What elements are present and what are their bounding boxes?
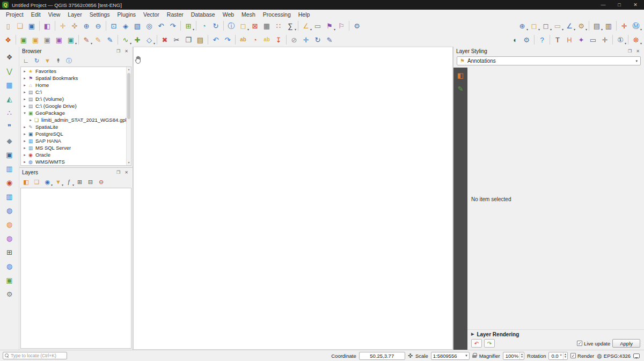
- tree-item-limiti-admin-stat-2021-wgs84-gpkg[interactable]: ▸❏limiti_admin_STAT_2021_WGS84.gpkg: [21, 116, 131, 123]
- zoom-out-button[interactable]: ⊖: [92, 20, 104, 32]
- menu-help[interactable]: Help: [295, 10, 314, 19]
- add-mesh-layer-button[interactable]: ◭: [3, 93, 16, 105]
- render-checkbox[interactable]: ✓ Render: [570, 353, 594, 359]
- open-layer-styling-button[interactable]: ◧: [21, 177, 31, 187]
- toggle-editing-button[interactable]: ✎: [92, 34, 104, 46]
- manage-map-themes-button[interactable]: ◉▾: [42, 177, 53, 187]
- add-selected-layers-button[interactable]: ∟: [21, 56, 31, 66]
- data-source-manager-button[interactable]: ❖: [2, 34, 14, 46]
- form-annotation-button[interactable]: ▭: [587, 34, 599, 46]
- cut-features-button[interactable]: ✂: [171, 34, 182, 46]
- new-virtual-layer-button[interactable]: ▣▾: [65, 34, 77, 46]
- remove-layer-button[interactable]: ⊖: [96, 177, 106, 187]
- layer-options-button[interactable]: ⚙: [3, 288, 16, 300]
- menu-vector[interactable]: Vector: [140, 10, 163, 19]
- menu-raster[interactable]: Raster: [163, 10, 187, 19]
- zoom-full-button[interactable]: ⊡: [108, 20, 120, 32]
- digitize-menu-button[interactable]: ∿▾: [120, 34, 131, 46]
- tree-item-postgresql[interactable]: ▸▣PostgreSQL: [21, 130, 131, 137]
- expand-arrow-icon[interactable]: ▸: [22, 153, 27, 157]
- map-canvas[interactable]: [133, 47, 453, 350]
- minimize-button[interactable]: —: [597, 0, 610, 10]
- show-bookmarks-button[interactable]: ⚐: [335, 20, 347, 32]
- add-feature-button[interactable]: ✚: [131, 34, 143, 46]
- zoom-to-layer-button[interactable]: ▧: [131, 20, 143, 32]
- measure-menu-button[interactable]: ∠▾: [564, 20, 575, 32]
- statistical-summary-button[interactable]: ∑▾: [284, 20, 296, 32]
- messages-icon[interactable]: [633, 353, 640, 358]
- text-annotation-button[interactable]: T: [552, 34, 564, 46]
- expand-arrow-icon[interactable]: ▸: [22, 76, 27, 80]
- save-project-button[interactable]: ▣: [26, 20, 38, 32]
- lock-scale-icon[interactable]: [472, 353, 477, 358]
- browser-close-button[interactable]: ✕: [123, 48, 130, 54]
- crs-status-button[interactable]: ◍ EPSG:4326: [597, 352, 631, 359]
- menu-database[interactable]: Database: [187, 10, 219, 19]
- rotate-label-button[interactable]: ↻: [312, 34, 324, 46]
- new-project-button[interactable]: ▯: [2, 20, 14, 32]
- map-tips-button[interactable]: ▭: [312, 20, 324, 32]
- style-redo-button[interactable]: ↷: [484, 339, 495, 348]
- expand-arrow-icon[interactable]: ▸: [28, 118, 33, 122]
- plugin-manager-button[interactable]: ⚙: [521, 34, 532, 46]
- add-virtual-layer-button[interactable]: ▣: [3, 274, 16, 286]
- collapse-all-layers-button[interactable]: ⊟: [85, 177, 96, 187]
- identify-features-button[interactable]: ⓘ: [225, 20, 237, 32]
- pan-to-selection-button[interactable]: ✜: [69, 20, 80, 32]
- scroll-up-icon[interactable]: ▴: [127, 67, 131, 72]
- help-button[interactable]: ?: [536, 34, 548, 46]
- metasearch-button[interactable]: Ⓜ▾: [630, 20, 642, 32]
- pan-map-button[interactable]: ✛: [57, 20, 69, 32]
- add-spatialite-layer-button[interactable]: ◆: [3, 135, 16, 146]
- layout-1-button[interactable]: ①▾: [614, 34, 626, 46]
- browser-undock-button[interactable]: ❐: [115, 48, 122, 54]
- field-calculator-button[interactable]: ∷: [273, 20, 284, 32]
- layers-undock-button[interactable]: ❐: [115, 169, 122, 175]
- properties-widget-button[interactable]: ⓘ: [64, 56, 74, 66]
- new-spatialite-layer-button[interactable]: ▣: [41, 34, 53, 46]
- add-mssql-layer-button[interactable]: ▥: [3, 163, 16, 174]
- collapse-all-button[interactable]: ↟: [53, 56, 63, 66]
- style-manager-button[interactable]: ◧: [41, 20, 53, 32]
- python-console-button[interactable]: ◖: [509, 34, 521, 46]
- temporal-controller-button[interactable]: ◔: [198, 20, 210, 32]
- vertex-tool-button[interactable]: ◇▾: [143, 34, 155, 46]
- highlight-labels-button[interactable]: ab: [261, 34, 273, 46]
- coordinate-input[interactable]: [359, 352, 405, 360]
- close-window-button[interactable]: ✕: [629, 0, 642, 10]
- apply-button[interactable]: Apply: [612, 339, 640, 348]
- filter-browser-button[interactable]: ▼: [42, 56, 53, 66]
- new-print-layout-button[interactable]: ▤▾: [591, 20, 603, 32]
- live-update-checkbox[interactable]: ✓ Live update: [577, 341, 610, 347]
- tree-item-d-volume[interactable]: ▸▤D:\ (Volume): [21, 95, 131, 102]
- add-delimited-text-layer-button[interactable]: ❞: [3, 121, 16, 132]
- pin-labels-button[interactable]: ↧: [273, 34, 284, 46]
- open-attribute-table-button[interactable]: ▦: [261, 20, 273, 32]
- tree-item-home[interactable]: ▸⌂Home: [21, 82, 131, 89]
- add-oracle-layer-button[interactable]: ◉: [3, 176, 16, 188]
- expand-arrow-icon[interactable]: ▸: [22, 139, 27, 143]
- scale-combo[interactable]: 1:5809556 ▾: [431, 352, 470, 360]
- tree-item-wms-wmts[interactable]: ▸◍WMS/WMTS: [21, 158, 131, 165]
- menu-layer[interactable]: Layer: [64, 10, 85, 19]
- paste-features-button[interactable]: ▤: [194, 34, 206, 46]
- menu-mesh[interactable]: Mesh: [238, 10, 259, 19]
- zoom-next-button[interactable]: ↷: [167, 20, 179, 32]
- current-edits-button[interactable]: ✎▾: [80, 34, 92, 46]
- open-project-button[interactable]: ❏: [14, 20, 26, 32]
- add-wms-layer-button[interactable]: ◍: [3, 204, 16, 216]
- refresh-browser-button[interactable]: ↻: [32, 56, 42, 66]
- symbology-tab[interactable]: ◧: [455, 70, 466, 80]
- actions-menu-button[interactable]: ⚙▾: [575, 20, 587, 32]
- tree-item-geopackage[interactable]: ▾▣GeoPackage: [21, 109, 131, 116]
- menu-web[interactable]: Web: [219, 10, 238, 19]
- show-hide-labels-button[interactable]: ⊘: [288, 34, 300, 46]
- add-group-button[interactable]: ❏: [32, 177, 42, 187]
- maximize-button[interactable]: □: [613, 0, 626, 10]
- menu-plugins[interactable]: Plugins: [114, 10, 140, 19]
- tree-item-c[interactable]: ▸▤C:\: [21, 89, 131, 95]
- tree-item-vector-tiles[interactable]: ▸▦Vector Tiles: [21, 165, 131, 166]
- tree-item-favorites[interactable]: ▸★Favorites: [21, 68, 131, 75]
- zoom-native-button[interactable]: ◎: [143, 20, 155, 32]
- menu-settings[interactable]: Settings: [86, 10, 114, 19]
